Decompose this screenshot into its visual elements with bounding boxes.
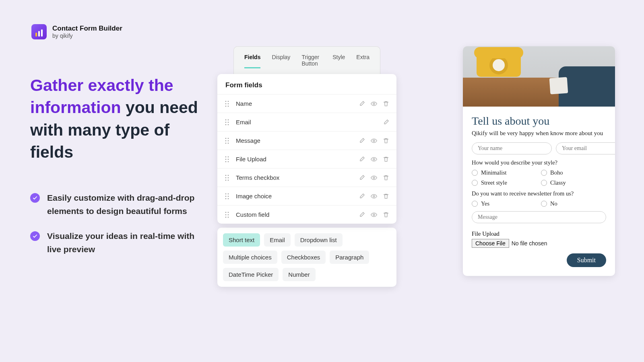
form-builder: FieldsDisplayTrigger ButtonStyleExtra Fo… (217, 46, 396, 287)
eye-icon[interactable] (371, 138, 377, 144)
field-row[interactable]: Image choice (217, 187, 396, 205)
style-option[interactable]: Boho (541, 169, 606, 176)
tab-fields[interactable]: Fields (244, 54, 260, 68)
choose-file-button[interactable]: Choose File (472, 239, 509, 248)
radio-icon (541, 180, 547, 186)
tab-extra[interactable]: Extra (356, 54, 369, 68)
trash-icon[interactable] (383, 193, 389, 200)
svg-point-12 (228, 124, 229, 125)
tab-style[interactable]: Style (332, 54, 345, 68)
svg-point-22 (225, 158, 227, 160)
field-row-actions (359, 212, 389, 218)
drag-handle-icon[interactable] (225, 101, 229, 107)
name-input[interactable] (472, 142, 552, 154)
svg-point-25 (228, 161, 229, 162)
preview-title: Tell us about you (472, 115, 606, 128)
field-type-short-text[interactable]: Short text (223, 233, 260, 247)
hero-bullet-text: Easily customize with drag-and-drop elem… (47, 191, 199, 218)
radio-icon (541, 170, 547, 176)
edit-icon[interactable] (359, 156, 365, 162)
svg-point-43 (225, 214, 227, 215)
radio-label: Yes (481, 200, 489, 207)
hero: Gather exactly the information you need … (30, 74, 199, 268)
tab-display[interactable]: Display (272, 54, 290, 68)
eye-icon[interactable] (371, 101, 377, 107)
tab-trigger-button[interactable]: Trigger Button (301, 54, 321, 68)
radio-label: Boho (550, 169, 563, 176)
field-row[interactable]: Terms checkbox (217, 168, 396, 187)
svg-point-32 (228, 179, 229, 181)
edit-icon[interactable] (359, 193, 365, 200)
drag-handle-icon[interactable] (225, 138, 229, 144)
field-row-actions (359, 193, 389, 200)
style-option[interactable]: Minimalist (472, 169, 537, 176)
eye-icon[interactable] (371, 212, 377, 218)
drag-handle-icon[interactable] (225, 119, 229, 125)
check-icon (30, 193, 40, 203)
field-row[interactable]: Custom field (217, 205, 396, 224)
newsletter-option[interactable]: Yes (472, 200, 537, 207)
style-option[interactable]: Classy (541, 179, 606, 186)
field-row[interactable]: Email (217, 113, 396, 131)
radio-icon (472, 201, 478, 207)
field-row-label: File Upload (236, 156, 359, 162)
svg-point-2 (225, 103, 227, 104)
hero-bullet: Easily customize with drag-and-drop elem… (30, 191, 199, 218)
email-input[interactable] (556, 142, 615, 154)
svg-point-20 (225, 156, 227, 157)
drag-handle-icon[interactable] (225, 193, 229, 200)
trash-icon[interactable] (383, 138, 389, 144)
drag-handle-icon[interactable] (225, 212, 229, 218)
field-type-checkboxes[interactable]: Checkboxes (281, 251, 326, 264)
radio-label: Minimalist (481, 169, 507, 176)
drag-handle-icon[interactable] (225, 156, 229, 162)
field-row-actions (383, 119, 389, 125)
trash-icon[interactable] (383, 212, 389, 218)
svg-point-5 (228, 105, 229, 107)
field-row[interactable]: File Upload (217, 150, 396, 168)
field-type-paragraph[interactable]: Paragraph (330, 251, 369, 264)
field-type-dropdown-list[interactable]: Dropdown list (295, 233, 343, 247)
field-type-email[interactable]: Email (264, 233, 291, 247)
svg-point-26 (373, 158, 375, 160)
eye-icon[interactable] (371, 175, 377, 181)
svg-point-0 (225, 101, 227, 102)
trash-icon[interactable] (383, 101, 389, 107)
message-input[interactable] (472, 211, 606, 223)
eye-icon[interactable] (371, 156, 377, 162)
file-upload-label: File Upload (472, 230, 606, 237)
field-row[interactable]: Message (217, 131, 396, 150)
svg-point-17 (225, 142, 227, 144)
field-type-number[interactable]: Number (283, 268, 315, 281)
eye-icon[interactable] (371, 193, 377, 200)
edit-icon[interactable] (359, 138, 365, 144)
field-row-label: Name (236, 100, 359, 107)
newsletter-option[interactable]: No (541, 200, 606, 207)
svg-point-30 (228, 177, 229, 178)
svg-point-46 (228, 216, 229, 218)
trash-icon[interactable] (383, 175, 389, 181)
field-row[interactable]: Name (217, 94, 396, 113)
trash-icon[interactable] (383, 156, 389, 162)
svg-point-15 (225, 140, 227, 141)
submit-button[interactable]: Submit (567, 253, 606, 267)
edit-icon[interactable] (359, 101, 365, 107)
edit-icon[interactable] (359, 212, 365, 218)
svg-point-11 (225, 124, 227, 125)
svg-point-16 (228, 140, 229, 141)
radio-label: Classy (550, 179, 566, 186)
field-row-label: Terms checkbox (236, 174, 359, 181)
svg-point-34 (225, 193, 227, 194)
edit-icon[interactable] (359, 175, 365, 181)
svg-point-10 (228, 121, 229, 123)
drag-handle-icon[interactable] (225, 175, 229, 181)
field-type-datetime-picker[interactable]: DateTime Picker (223, 268, 279, 281)
svg-point-21 (228, 156, 229, 157)
edit-icon[interactable] (383, 119, 389, 125)
svg-point-13 (225, 138, 227, 139)
style-option[interactable]: Street style (472, 179, 537, 186)
svg-point-37 (228, 195, 229, 197)
field-row-actions (359, 101, 389, 107)
svg-point-33 (373, 177, 375, 179)
field-type-multiple-choices[interactable]: Multiple choices (223, 251, 277, 264)
